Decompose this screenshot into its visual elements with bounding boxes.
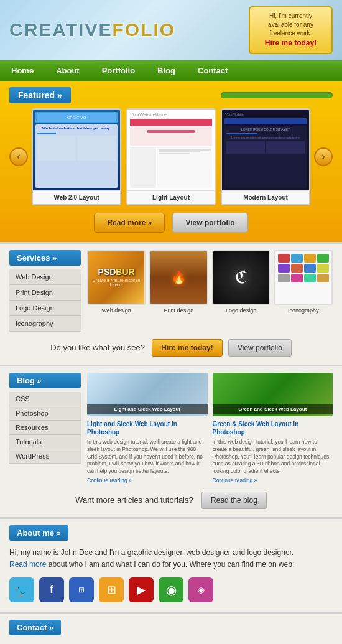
carousel-buttons: Read more » View portfolio xyxy=(9,213,333,233)
service-thumb-printdesign-img: 🔥 xyxy=(149,250,208,305)
nav-blog[interactable]: Blog xyxy=(146,60,187,81)
carousel-items: CREATIVO We build websites that blow you… xyxy=(32,108,310,205)
service-thumb-iconography-img xyxy=(274,250,333,305)
services-menu: Web Design Print Design Logo Design Icon… xyxy=(9,269,81,332)
blog-menu-item-photoshop[interactable]: Photoshop xyxy=(9,406,81,421)
blog-more-banner: Want more articles and tutorials? Read t… xyxy=(9,484,333,512)
blog-posts: Light and Sleek Web Layout Light and Sle… xyxy=(87,373,333,484)
services-menu-item-printdesign[interactable]: Print Design xyxy=(9,285,81,301)
carousel-item-light-label: Light Layout xyxy=(127,190,215,204)
twitter-icon[interactable]: 🐦 xyxy=(9,577,34,602)
service-thumb-webdesign[interactable]: PSDBUR Create a Nature Inspired Layout W… xyxy=(87,250,146,314)
aim-icon[interactable]: ◉ xyxy=(159,577,183,602)
blog-layout: Blog » CSS Photoshop Resources Tutorials… xyxy=(9,373,333,484)
view-portfolio-button[interactable]: View portfolio xyxy=(172,213,247,233)
contact-section: Contact » SEND xyxy=(0,612,342,644)
service-thumb-logodesign-img: ℭ xyxy=(212,250,270,305)
blog-post-2: Green and Sleek Web Layout Green & Sleek… xyxy=(213,373,333,484)
featured-section: Featured » ‹ CREATIVO We build websites … xyxy=(0,81,342,242)
read-more-button[interactable]: Read more » xyxy=(94,213,165,233)
blog-menu: CSS Photoshop Resources Tutorials WordPr… xyxy=(9,392,81,464)
nav-contact[interactable]: Contact xyxy=(187,60,239,81)
blog-menu-item-resources[interactable]: Resources xyxy=(9,421,81,435)
about-readmore-suffix: about who I am and what I can do for you… xyxy=(46,560,294,569)
hire-question-text: Do you like what you see? xyxy=(50,343,145,352)
about-text: Hi, my name is John Doe and I'm a graphi… xyxy=(9,547,333,571)
blog-post-1-text: In this web design tutorial, we'll creat… xyxy=(87,439,208,475)
carousel-item-modern-label: Modern Layout xyxy=(222,190,309,204)
services-section: Services » Web Design Print Design Logo … xyxy=(0,242,342,365)
services-header: Services » xyxy=(9,250,81,266)
services-view-portfolio-button[interactable]: View portfolio xyxy=(228,339,292,357)
services-thumbnails: PSDBUR Create a Nature Inspired Layout W… xyxy=(87,250,333,332)
youtube-icon[interactable]: ▶ xyxy=(129,577,154,602)
feed-icon[interactable]: ◈ xyxy=(188,577,213,602)
service-thumb-printdesign-label: Print design xyxy=(149,307,208,314)
blog-post-1-img[interactable]: Light and Sleek Web Layout xyxy=(87,373,208,416)
carousel-wrapper: ‹ CREATIVO We build websites that blow y… xyxy=(9,108,333,205)
blog-sidebar: Blog » CSS Photoshop Resources Tutorials… xyxy=(9,373,81,484)
blog-post-1-overlay: Light and Sleek Web Layout xyxy=(87,404,208,414)
service-thumb-logodesign[interactable]: ℭ Logo design xyxy=(212,250,270,314)
carousel-item-modern[interactable]: YourMobile LOREM IPSUM DOLOR SIT AMET Lo… xyxy=(221,108,310,205)
carousel-prev-button[interactable]: ‹ xyxy=(9,147,28,166)
blog-menu-item-css[interactable]: CSS xyxy=(9,392,81,406)
carousel-item-light-img: YourWebsiteName xyxy=(127,110,215,190)
services-menu-item-webdesign[interactable]: Web Design xyxy=(9,269,81,285)
hire-me-button[interactable]: Hire me today! xyxy=(152,339,222,357)
progress-bar xyxy=(221,92,333,98)
carousel-item-web20[interactable]: CREATIVO We build websites that blow you… xyxy=(32,108,121,205)
read-blog-button[interactable]: Read the blog xyxy=(201,492,267,509)
blog-post-1-title[interactable]: Light and Sleek Web Layout in Photoshop xyxy=(87,420,208,436)
blog-post-2-title[interactable]: Green & Sleek Web Layout in Photoshop xyxy=(213,420,333,436)
carousel-item-web20-img: CREATIVO We build websites that blow you… xyxy=(33,110,120,190)
delicious-icon[interactable]: ⊞ xyxy=(69,577,94,602)
header: CREATIVEFOLIO Hi, I'm currently availabl… xyxy=(0,0,342,60)
about-header: About me » xyxy=(9,525,68,541)
blog-post-2-text: In this web design tutorial, you'll lear… xyxy=(213,439,333,475)
services-menu-item-logodesign[interactable]: Logo Design xyxy=(9,301,81,316)
carousel-item-web20-label: Web 2.0 Layout xyxy=(33,190,120,204)
services-layout: Services » Web Design Print Design Logo … xyxy=(9,250,333,332)
hire-text: Hi, I'm currently available for any free… xyxy=(268,12,313,37)
services-sidebar: Services » Web Design Print Design Logo … xyxy=(9,250,81,332)
blog-post-1: Light and Sleek Web Layout Light and Sle… xyxy=(87,373,208,484)
blog-post-2-img[interactable]: Green and Sleek Web Layout xyxy=(213,373,333,416)
rss-icon[interactable]: ⊞ xyxy=(99,577,124,602)
nav-portfolio[interactable]: Portfolio xyxy=(91,60,146,81)
contact-header: Contact » xyxy=(9,620,61,635)
blog-menu-item-tutorials[interactable]: Tutorials xyxy=(9,435,81,449)
blog-post-2-overlay: Green and Sleek Web Layout xyxy=(213,404,333,414)
carousel-item-modern-img: YourMobile LOREM IPSUM DOLOR SIT AMET Lo… xyxy=(222,110,309,190)
service-thumb-iconography-label: Iconography xyxy=(274,307,333,314)
blog-section: Blog » CSS Photoshop Resources Tutorials… xyxy=(0,365,342,517)
carousel-next-button[interactable]: › xyxy=(314,147,333,166)
blog-post-2-readmore[interactable]: Continue reading » xyxy=(213,477,257,483)
about-readmore-link[interactable]: Read more xyxy=(9,560,46,569)
services-menu-item-iconography[interactable]: Iconography xyxy=(9,316,81,332)
featured-header: Featured » xyxy=(9,87,71,103)
social-icons: 🐦 f ⊞ ⊞ ▶ ◉ ◈ xyxy=(9,577,333,602)
navigation: Home About Portfolio Blog Contact xyxy=(0,60,342,81)
blog-header: Blog » xyxy=(9,373,81,388)
hire-banner: Do you like what you see? Hire me today!… xyxy=(9,332,333,360)
nav-about[interactable]: About xyxy=(45,60,91,81)
about-section: About me » Hi, my name is John Doe and I… xyxy=(0,517,342,611)
hire-box[interactable]: Hi, I'm currently available for any free… xyxy=(249,6,333,54)
service-thumb-printdesign[interactable]: 🔥 Print design xyxy=(149,250,208,314)
carousel-item-light[interactable]: YourWebsiteName xyxy=(126,108,216,205)
logo: CREATIVEFOLIO xyxy=(9,19,175,40)
service-thumb-logodesign-label: Logo design xyxy=(212,307,270,314)
nav-home[interactable]: Home xyxy=(0,60,45,81)
facebook-icon[interactable]: f xyxy=(39,577,64,602)
blog-more-text: Want more articles and tutorials? xyxy=(75,495,193,505)
hire-link[interactable]: Hire me today! xyxy=(265,39,317,47)
blog-post-1-readmore[interactable]: Continue reading » xyxy=(87,477,132,483)
service-thumb-iconography[interactable]: Iconography xyxy=(274,250,333,314)
blog-menu-item-wordpress[interactable]: WordPress xyxy=(9,449,81,464)
service-thumb-webdesign-img: PSDBUR Create a Nature Inspired Layout xyxy=(87,250,146,305)
service-thumb-webdesign-label: Web design xyxy=(87,307,146,314)
